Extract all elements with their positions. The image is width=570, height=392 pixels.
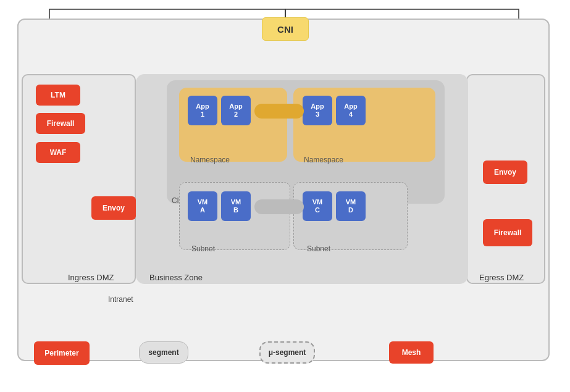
ltm-box: LTM: [36, 85, 80, 106]
ingress-dmz-zone: [22, 74, 136, 284]
perimeter-box: Perimeter: [34, 341, 90, 365]
firewall-egress-box: Firewall: [483, 219, 532, 246]
subnet2-label: Subnet: [307, 244, 330, 253]
vmd-box: VM D: [336, 191, 366, 221]
envoy-ingress-box: Envoy: [91, 196, 136, 220]
subnet1-label: Subnet: [191, 244, 215, 253]
vma-box: VM A: [188, 191, 217, 221]
segment-box: segment: [139, 341, 188, 364]
business-zone-label: Business Zone: [149, 273, 203, 282]
firewall-ingress-box: Firewall: [36, 113, 85, 134]
mu-segment-box: μ-segment: [259, 341, 315, 364]
app1-box: App 1: [188, 96, 217, 125]
namespace-connector: [254, 104, 304, 119]
subnet-connector: [254, 199, 304, 214]
app3-box: App 3: [303, 96, 332, 125]
app4-box: App 4: [336, 96, 366, 125]
vmb-box: VM B: [221, 191, 251, 221]
vmc-box: VM C: [303, 191, 332, 221]
diagram: Ingress DMZ Egress DMZ Business Zone Clu…: [0, 0, 570, 392]
envoy-egress-box: Envoy: [483, 161, 527, 184]
app2-box: App 2: [221, 96, 251, 125]
intranet-label: Intranet: [108, 295, 133, 304]
egress-dmz-label: Egress DMZ: [479, 273, 524, 282]
mesh-box: Mesh: [389, 341, 434, 364]
cni-box: CNI: [262, 17, 309, 41]
namespace1-label: Namespace: [190, 156, 230, 164]
waf-box: WAF: [36, 142, 80, 163]
ingress-dmz-label: Ingress DMZ: [68, 273, 114, 282]
namespace2-label: Namespace: [304, 156, 343, 164]
